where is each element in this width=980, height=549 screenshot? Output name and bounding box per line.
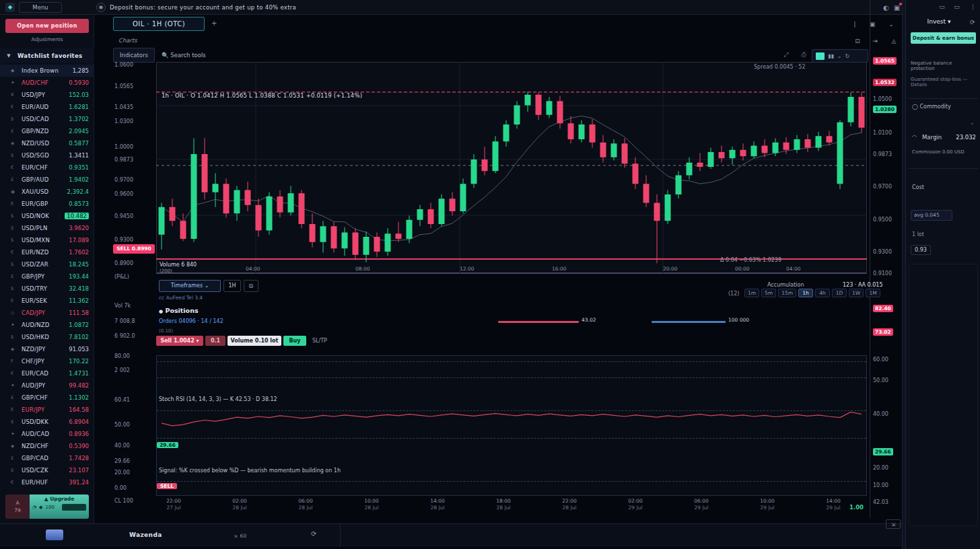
timeframe-pill[interactable]: 1W	[849, 289, 864, 297]
panel-refresh-icon[interactable]: ⟳	[970, 19, 975, 26]
gem-icon[interactable]: ◆	[39, 505, 42, 510]
coin-icon[interactable]: ◔	[32, 505, 36, 510]
watchlist-row[interactable]: ◈NZD/JPY91.053	[0, 343, 94, 355]
promo-icon: ◉	[96, 3, 106, 12]
sell-limit-tag[interactable]: SELL 0.8990	[113, 244, 155, 254]
watchlist-row[interactable]: €EUR/JPY164.58	[0, 404, 94, 416]
window-maximize-icon[interactable]: ▭	[952, 3, 961, 11]
watchlist-row[interactable]: ✦AUD/CAD0.8936	[0, 428, 94, 440]
watchlist-row[interactable]: ◇CAD/JPY111.58	[0, 307, 94, 319]
timeframe-pills[interactable]: 1m5m15m1h4h1D1W1M	[744, 289, 880, 297]
scroll-to-realtime-button[interactable]: ⇲	[886, 519, 901, 529]
open-position-button[interactable]: Open new position	[5, 19, 89, 33]
timeframe-pill[interactable]: 15m	[778, 289, 796, 297]
watchlist-row[interactable]: ◈NZD/CHF0.5390	[0, 440, 94, 452]
watchlist-row[interactable]: €EUR/NZD1.7602	[0, 246, 94, 258]
compare-icon[interactable]: ↻	[845, 53, 850, 59]
watchlist-row[interactable]: $USD/NOK10.482	[0, 210, 94, 222]
watchlist-row[interactable]: $USD/HKD7.8102	[0, 331, 94, 343]
watchlist-row[interactable]: £GBP/NZD2.0945	[0, 125, 94, 137]
watchlist-row[interactable]: FCHF/JPY170.22	[0, 355, 94, 367]
watchlist-row[interactable]: $USD/DKK6.8904	[0, 416, 94, 428]
cost-input[interactable]: avg 0.045	[911, 210, 952, 221]
timeframes-button[interactable]: Timeframes ⌄	[159, 280, 221, 292]
more-options-icon[interactable]: ❘	[849, 20, 860, 30]
sell-button[interactable]: Sell 1.0042 ▾	[156, 336, 203, 346]
bars-type-icon[interactable]: ▮▮	[828, 53, 834, 59]
trading-app: ◆ Menu ◉ Deposit bonus: secure your acco…	[0, 0, 980, 549]
search-tools-label[interactable]: 🔍 Search tools	[162, 52, 206, 59]
account-badge[interactable]: A 79	[5, 495, 30, 519]
add-symbol-button[interactable]: +	[211, 20, 217, 27]
right-price-scale[interactable]: 1.05651.05321.05001.02801.01000.98730.97…	[870, 0, 902, 518]
watchlist-row[interactable]: $USD/CAD1.3702	[0, 113, 94, 125]
deposit-button[interactable]: Deposit & earn bonus	[911, 32, 976, 44]
positions-header[interactable]: ● Positions	[159, 307, 199, 314]
screenshot-button[interactable]: ⧉	[244, 280, 258, 292]
watchlist-row[interactable]: €EUR/SEK11.362	[0, 295, 94, 307]
left-price-scale[interactable]: 1.06001.05651.04351.03001.00000.98730.97…	[114, 0, 155, 518]
workspace-folder-icon[interactable]	[46, 529, 63, 540]
chart-type-selector[interactable]: ▮▮ ⌄ ↻	[812, 49, 868, 63]
menu-button[interactable]: Menu	[19, 2, 62, 13]
expand-chevron-icon[interactable]: ⌄	[970, 120, 975, 126]
sltp-label[interactable]: SL/TP	[312, 338, 327, 344]
watchlist-row[interactable]: $USD/SGD1.3411	[0, 149, 94, 161]
timeframe-pill[interactable]: 1M	[866, 289, 880, 297]
symbol-name: USD/DKK	[22, 418, 69, 425]
watchlist-row[interactable]: €EUR/CAD1.4731	[0, 367, 94, 379]
chart-legend[interactable]: 1h · OIL · O 1.0412 H 1.0565 L 1.0388 C …	[162, 92, 362, 99]
volume-button[interactable]: Volume 0.10 lot	[228, 336, 281, 346]
chart-type-chevron-icon[interactable]: ⌄	[837, 53, 842, 59]
watchlist-row[interactable]: ¥USD/JPY152.03	[0, 89, 94, 101]
account-widget[interactable]: A 79 ▲ Upgrade ◔ ◆ 100 AED 333	[5, 495, 89, 519]
lot-size-button[interactable]: 0.1	[205, 336, 225, 346]
window-restore-icon[interactable]: ▭	[938, 3, 946, 11]
watchlist-row[interactable]: $USD/PLN3.9620	[0, 222, 94, 234]
watchlist-row[interactable]: $USD/MXN17.089	[0, 234, 94, 246]
collapse-caret-icon[interactable]: ▼	[0, 53, 18, 59]
panel-menu-icon[interactable]: ⋮	[969, 3, 977, 11]
timeframe-pill[interactable]: 5m	[761, 289, 776, 297]
stoploss-note[interactable]: Guaranteed stop-loss — Details	[911, 77, 977, 87]
symbol-price: 91.053	[69, 346, 89, 353]
fullscreen-icon[interactable]: ⤢	[781, 50, 792, 60]
buy-button[interactable]: Buy	[283, 336, 306, 346]
watchlist-row[interactable]: €EUR/CHF0.9351	[0, 161, 94, 174]
watchlist-row[interactable]: ◈NZD/USD0.5877	[0, 137, 94, 149]
watchlist-row[interactable]: €EUR/HUF391.24	[0, 476, 94, 488]
watchlist-header[interactable]: ▼ Watchlist favorites	[0, 48, 94, 63]
export-icon[interactable]: ⊡	[852, 36, 863, 46]
watchlist-row[interactable]: $USD/CZK23.107	[0, 464, 94, 476]
timeframe-pill[interactable]: 1h	[798, 289, 813, 297]
timeframe-pill[interactable]: 1m	[744, 289, 759, 297]
watchlist-row[interactable]: ✦AUD/CHF0.5930	[0, 77, 94, 89]
interval-button[interactable]: 1H	[223, 280, 241, 292]
timeframe-pill[interactable]: 1D	[832, 289, 847, 297]
watchlist-row[interactable]: £GBP/CHF1.1302	[0, 392, 94, 404]
watchlist-row[interactable]: ✦AUD/JPY99.482	[0, 379, 94, 392]
orders-link[interactable]: Orders 04096 · 14 / 142	[159, 318, 223, 324]
candle-type-active-icon[interactable]	[816, 52, 825, 60]
watchlist-row[interactable]: ◆Index Brown1,285	[0, 65, 94, 77]
watchlist-row[interactable]: ✦AUD/NZD1.0872	[0, 319, 94, 331]
watchlist-row[interactable]: £GBP/JPY193.44	[0, 270, 94, 283]
invest-dropdown[interactable]: Invest ▾	[911, 18, 967, 25]
watchlist-row[interactable]: ◉XAU/USD2,392.4	[0, 186, 94, 198]
watchlist-row[interactable]: $USD/ZAR18.245	[0, 258, 94, 270]
snapshot-icon[interactable]: ⎙	[798, 50, 809, 60]
watchlist-row[interactable]: £GBP/CAD1.7428	[0, 452, 94, 464]
upgrade-card[interactable]: ▲ Upgrade ◔ ◆ 100 AED 333	[30, 495, 89, 519]
watchlist-row[interactable]: €EUR/GBP0.8573	[0, 198, 94, 210]
workspace-label[interactable]: Wazenda	[129, 532, 162, 538]
oscillator-legend[interactable]: Stoch RSI (14, 14, 3, 3) — K 42.53 · D 3…	[159, 396, 277, 402]
watchlist-row[interactable]: £GBP/AUD1.9402	[0, 174, 94, 186]
timeframe-pill[interactable]: 4h	[815, 289, 830, 297]
asset-class-row[interactable]: ◯ Commodity	[912, 104, 951, 110]
watchlist-row[interactable]: $USD/TRY32.418	[0, 283, 94, 295]
ratio-value-box[interactable]: 0.93	[911, 245, 931, 255]
app-logo-icon[interactable]: ◆	[5, 3, 15, 12]
watchlist-row[interactable]: €EUR/AUD1.6281	[0, 101, 94, 113]
symbol-price: 1.3702	[69, 116, 89, 122]
refresh-icon[interactable]: ⟳	[311, 530, 316, 538]
